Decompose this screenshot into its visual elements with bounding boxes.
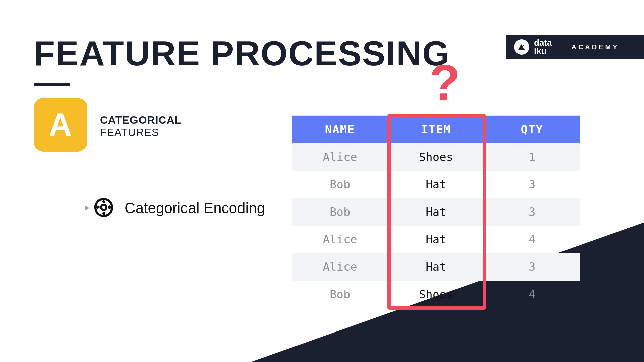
cell-item: Shoes [388,143,484,171]
cell-name: Alice [292,143,388,171]
table-row: Bob Hat 3 [292,198,580,226]
table-row: Bob Shoes 4 [292,281,580,308]
categorical-light: FEATURES [100,126,181,139]
cell-name: Bob [292,171,388,198]
categorical-bold: CATEGORICAL [100,114,181,126]
cell-qty: 3 [484,198,580,226]
cell-item: Hat [388,171,484,198]
cell-qty: 3 [484,171,580,198]
cell-name: Alice [292,226,388,253]
table-header-row: NAME ITEM QTY [292,116,580,143]
slide: FEATURE PROCESSING data iku ACADEMY A CA… [0,0,644,362]
cell-item: Hat [388,253,484,281]
cell-qty: 3 [484,253,580,281]
brand-badge: data iku ACADEMY [506,35,644,59]
cell-item: Shoes [388,281,484,308]
cell-qty: 4 [484,226,580,253]
brand-line2: iku [534,47,552,55]
connector-horizontal [59,208,88,208]
question-mark-icon: ? [429,54,460,112]
table-row: Alice Shoes 1 [292,143,580,171]
encoding-row: Categorical Encoding [91,194,265,222]
gear-cycle-icon [91,194,117,222]
data-table: NAME ITEM QTY Alice Shoes 1 Bob Hat 3 Bo… [292,115,580,308]
title-underline [34,83,70,86]
connector-vertical [59,152,59,208]
col-header-name: NAME [292,116,388,143]
cell-item: Hat [388,198,484,226]
page-title: FEATURE PROCESSING [34,34,450,73]
svg-point-11 [102,206,105,209]
categorical-badge: A [34,98,87,152]
cell-qty: 4 [484,281,580,308]
cell-item: Hat [388,226,484,253]
col-header-item: ITEM [388,116,484,143]
col-header-qty: QTY [484,116,580,143]
cell-name: Alice [292,253,388,281]
cell-name: Bob [292,281,388,308]
brand-logo-icon [514,39,529,55]
brand-academy-label: ACADEMY [571,43,619,51]
brand-name: data iku [534,39,552,55]
table-row: Alice Hat 4 [292,226,580,253]
table-row: Bob Hat 3 [292,171,580,198]
badge-letter: A [49,106,72,143]
categorical-label: CATEGORICAL FEATURES [100,114,181,139]
table-row: Alice Hat 3 [292,253,580,281]
cell-name: Bob [292,198,388,226]
encoding-label: Categorical Encoding [125,200,265,217]
cell-qty: 1 [484,143,580,171]
brand-divider [560,39,560,55]
connector-arrow-icon [85,205,89,211]
